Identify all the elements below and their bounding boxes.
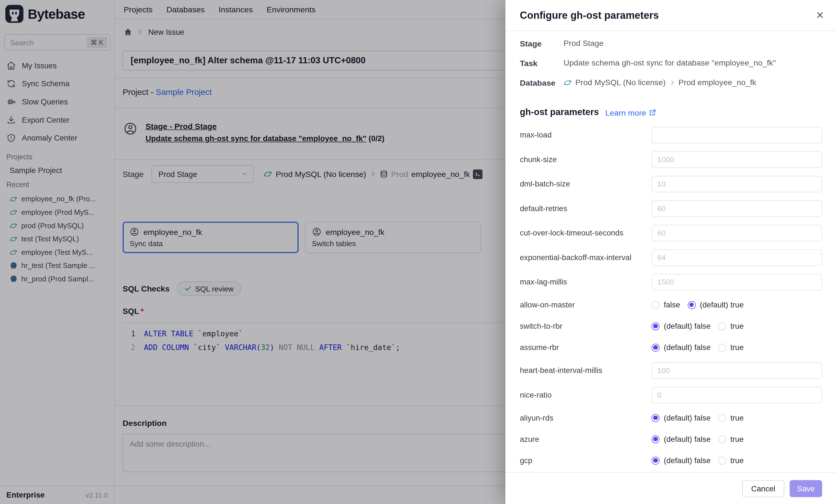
- ghost-config-drawer: Configure gh-ost parameters ✕ Stage Prod…: [506, 0, 836, 504]
- param-input[interactable]: [652, 362, 822, 379]
- radio-group: (default) false true: [652, 456, 822, 465]
- param-nice-ratio: nice-ratio: [520, 383, 822, 407]
- param-label: max-lag-millis: [520, 277, 651, 286]
- radio-option-label: (default) false: [664, 413, 710, 422]
- radio-false[interactable]: [652, 322, 660, 330]
- param-heart-beat-interval-millis: heart-beat-interval-millis: [520, 358, 822, 383]
- param-label: assume-rbr: [520, 343, 651, 352]
- radio-true[interactable]: [718, 344, 726, 352]
- radio-group: (default) false true: [652, 435, 822, 443]
- radio-option-label: (default) false: [664, 456, 710, 465]
- external-link-icon: [649, 109, 657, 116]
- radio-option-label: (default) true: [700, 301, 744, 309]
- drawer-footer: Cancel Save: [506, 472, 836, 504]
- radio-option-label: (default) false: [664, 435, 710, 443]
- param-exponential-backoff-max-interval: exponential-backoff-max-interval: [520, 245, 822, 270]
- radio-false[interactable]: [652, 344, 660, 352]
- radio-option-label: false: [664, 301, 680, 309]
- meta-value: Update schema gh-ost sync for database "…: [564, 58, 776, 67]
- drawer-title: Configure gh-ost parameters: [520, 9, 659, 21]
- ghost-params-title: gh-ost parameters: [520, 107, 599, 118]
- radio-option-label: true: [730, 456, 744, 465]
- param-aliyun-rds: aliyun-rds (default) false true: [520, 407, 822, 428]
- param-input[interactable]: [652, 387, 822, 403]
- radio-option-label: true: [730, 343, 744, 352]
- drawer-body: Stage Prod Stage Task Update schema gh-o…: [506, 31, 836, 471]
- mysql-icon: [564, 78, 572, 86]
- param-label: azure: [520, 435, 651, 443]
- meta-stage: Stage Prod Stage: [520, 38, 822, 58]
- radio-false[interactable]: [652, 414, 660, 422]
- meta-database-name: Prod employee_no_fk: [679, 78, 756, 87]
- param-label: dml-batch-size: [520, 179, 651, 188]
- param-cut-over-lock-timeout-seconds: cut-over-lock-timeout-seconds: [520, 221, 822, 245]
- radio-option-label: (default) false: [664, 343, 710, 352]
- param-chunk-size: chunk-size: [520, 147, 822, 172]
- param-input[interactable]: [652, 225, 822, 241]
- radio-group: (default) false true: [652, 322, 822, 330]
- meta-database: Database Prod MySQL (No license) Prod em…: [520, 78, 822, 97]
- meta-label: Stage: [520, 38, 564, 48]
- radio-false[interactable]: [652, 457, 660, 465]
- meta-instance: Prod MySQL (No license): [575, 78, 666, 87]
- param-label: aliyun-rds: [520, 413, 651, 422]
- radio-true[interactable]: [718, 435, 726, 443]
- save-button[interactable]: Save: [790, 480, 822, 497]
- param-input[interactable]: [652, 274, 822, 290]
- param-input[interactable]: [652, 151, 822, 168]
- bytebase-app: Bytebase ⌘ K My Issues Sync Schema Slow …: [0, 0, 836, 504]
- param-label: switch-to-rbr: [520, 322, 651, 330]
- param-label: nice-ratio: [520, 391, 651, 399]
- radio-option-label: true: [730, 322, 744, 330]
- meta-label: Database: [520, 78, 564, 88]
- param-azure: azure (default) false true: [520, 428, 822, 450]
- param-allow-on-master: allow-on-master false (default) true: [520, 294, 822, 315]
- param-dml-batch-size: dml-batch-size: [520, 172, 822, 196]
- radio-option-label: true: [730, 435, 744, 443]
- param-input[interactable]: [652, 176, 822, 192]
- radio-group: false (default) true: [652, 301, 822, 309]
- param-label: cut-over-lock-timeout-seconds: [520, 229, 651, 237]
- param-assume-rbr: assume-rbr (default) false true: [520, 337, 822, 358]
- param-label: allow-on-master: [520, 301, 651, 309]
- radio-option-label: true: [730, 413, 744, 422]
- param-label: chunk-size: [520, 155, 651, 163]
- param-max-load: max-load: [520, 123, 822, 147]
- meta-task: Task Update schema gh-ost sync for datab…: [520, 58, 822, 78]
- param-input[interactable]: [652, 200, 822, 217]
- radio-option-label: (default) false: [664, 322, 710, 330]
- param-input[interactable]: [652, 249, 822, 266]
- param-switch-to-rbr: switch-to-rbr (default) false true: [520, 315, 822, 337]
- radio-group: (default) false true: [652, 343, 822, 352]
- param-label: default-retries: [520, 204, 651, 213]
- meta-value: Prod Stage: [564, 38, 604, 47]
- radio-true[interactable]: [687, 301, 696, 309]
- radio-true[interactable]: [718, 414, 726, 422]
- drawer-header: Configure gh-ost parameters ✕: [506, 0, 836, 31]
- param-label: max-load: [520, 131, 651, 139]
- param-gcp: gcp (default) false true: [520, 450, 822, 471]
- meta-label: Task: [520, 58, 564, 67]
- chevron-right-icon: [669, 79, 675, 86]
- ghost-params-header: gh-ost parameters Learn more: [520, 102, 822, 122]
- param-label: heart-beat-interval-millis: [520, 366, 651, 374]
- close-icon[interactable]: ✕: [814, 8, 826, 22]
- param-default-retries: default-retries: [520, 196, 822, 221]
- radio-false[interactable]: [652, 435, 660, 443]
- learn-more-label: Learn more: [605, 108, 646, 117]
- param-max-lag-millis: max-lag-millis: [520, 270, 822, 294]
- cancel-button[interactable]: Cancel: [742, 480, 784, 497]
- radio-true[interactable]: [718, 322, 726, 330]
- param-label: gcp: [520, 456, 651, 465]
- param-input[interactable]: [652, 127, 822, 143]
- meta-value: Prod MySQL (No license) Prod employee_no…: [564, 78, 756, 87]
- radio-group: (default) false true: [652, 413, 822, 422]
- radio-false[interactable]: [652, 301, 660, 309]
- param-label: exponential-backoff-max-interval: [520, 253, 651, 261]
- radio-true[interactable]: [718, 457, 726, 465]
- learn-more-link[interactable]: Learn more: [605, 108, 657, 117]
